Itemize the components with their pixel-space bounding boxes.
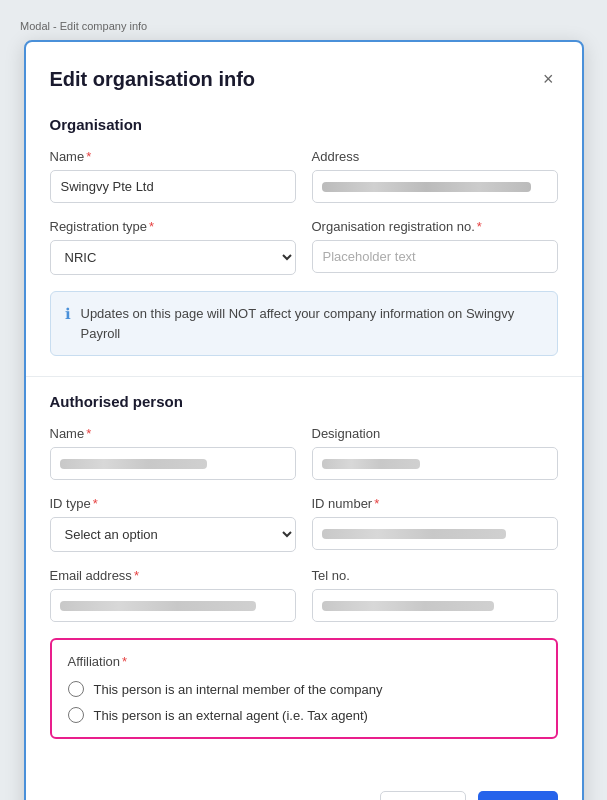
org-reg-no-label: Organisation registration no.*	[312, 219, 558, 234]
id-type-select[interactable]: Select an option NRIC FIN Passport	[50, 517, 296, 552]
id-type-label: ID type*	[50, 496, 296, 511]
close-button[interactable]: ×	[539, 66, 558, 92]
auth-name-label: Name*	[50, 426, 296, 441]
modal-header: Edit organisation info ×	[26, 42, 582, 108]
modal-footer: Cancel Save	[26, 779, 582, 800]
org-address-label: Address	[312, 149, 558, 164]
email-input[interactable]	[50, 589, 296, 622]
section-divider	[26, 376, 582, 377]
info-text: Updates on this page will NOT affect you…	[81, 304, 543, 343]
organisation-section-title: Organisation	[50, 116, 558, 133]
email-wrapper	[50, 589, 296, 622]
auth-name-group: Name*	[50, 426, 296, 480]
email-tel-row: Email address* Tel no.	[50, 568, 558, 622]
affiliation-radio2[interactable]	[68, 707, 84, 723]
window-label: Modal - Edit company info	[20, 20, 147, 32]
auth-name-designation-row: Name* Designation	[50, 426, 558, 480]
cancel-button[interactable]: Cancel	[380, 791, 466, 800]
id-type-group: ID type* Select an option NRIC FIN Passp…	[50, 496, 296, 552]
org-reg-no-group: Organisation registration no.*	[312, 219, 558, 275]
auth-name-wrapper	[50, 447, 296, 480]
modal-dialog: Edit organisation info × Organisation Na…	[24, 40, 584, 800]
org-address-group: Address	[312, 149, 558, 203]
affiliation-option2-label: This person is an external agent (i.e. T…	[94, 708, 368, 723]
email-group: Email address*	[50, 568, 296, 622]
auth-name-input[interactable]	[50, 447, 296, 480]
modal-body: Organisation Name* Address Registr	[26, 116, 582, 779]
org-reg-row: Registration type* NRIC FIN Passport UEN…	[50, 219, 558, 275]
reg-type-select[interactable]: NRIC FIN Passport UEN	[50, 240, 296, 275]
affiliation-radio-group: This person is an internal member of the…	[68, 681, 540, 723]
info-icon: ℹ	[65, 305, 71, 323]
org-name-label: Name*	[50, 149, 296, 164]
affiliation-option1-label: This person is an internal member of the…	[94, 682, 383, 697]
designation-input[interactable]	[312, 447, 558, 480]
tel-label: Tel no.	[312, 568, 558, 583]
id-number-wrapper	[312, 517, 558, 550]
org-address-wrapper	[312, 170, 558, 203]
reg-type-group: Registration type* NRIC FIN Passport UEN	[50, 219, 296, 275]
affiliation-option1-item[interactable]: This person is an internal member of the…	[68, 681, 540, 697]
affiliation-title: Affiliation*	[68, 654, 540, 669]
id-number-label: ID number*	[312, 496, 558, 511]
org-name-input[interactable]	[50, 170, 296, 203]
email-label: Email address*	[50, 568, 296, 583]
reg-type-label: Registration type*	[50, 219, 296, 234]
org-reg-no-input[interactable]	[312, 240, 558, 273]
affiliation-option2-item[interactable]: This person is an external agent (i.e. T…	[68, 707, 540, 723]
designation-wrapper	[312, 447, 558, 480]
tel-wrapper	[312, 589, 558, 622]
info-box: ℹ Updates on this page will NOT affect y…	[50, 291, 558, 356]
org-name-group: Name*	[50, 149, 296, 203]
auth-person-section-title: Authorised person	[50, 393, 558, 410]
org-name-address-row: Name* Address	[50, 149, 558, 203]
designation-label: Designation	[312, 426, 558, 441]
save-button[interactable]: Save	[478, 791, 558, 800]
modal-title: Edit organisation info	[50, 68, 256, 91]
designation-group: Designation	[312, 426, 558, 480]
tel-group: Tel no.	[312, 568, 558, 622]
affiliation-radio1[interactable]	[68, 681, 84, 697]
org-address-input[interactable]	[312, 170, 558, 203]
id-number-input[interactable]	[312, 517, 558, 550]
affiliation-section: Affiliation* This person is an internal …	[50, 638, 558, 739]
id-number-group: ID number*	[312, 496, 558, 552]
id-row: ID type* Select an option NRIC FIN Passp…	[50, 496, 558, 552]
tel-input[interactable]	[312, 589, 558, 622]
